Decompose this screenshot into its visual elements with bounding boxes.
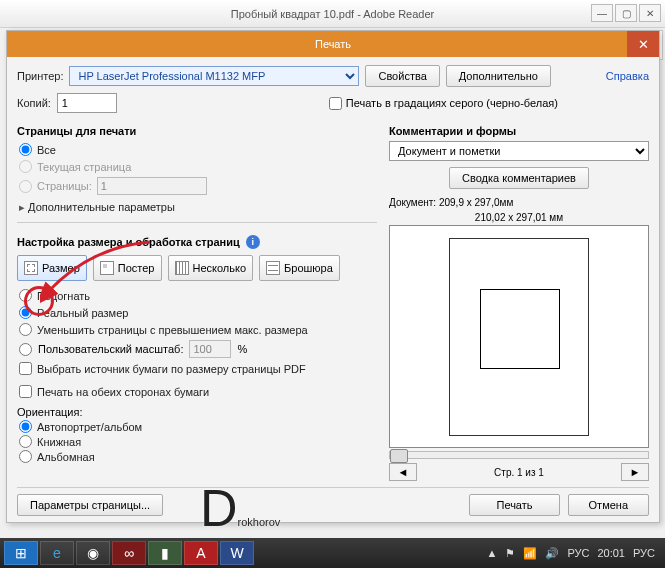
pages-current-label: Текущая страница: [37, 161, 131, 173]
booklet-icon: [266, 261, 280, 275]
actual-size-radio[interactable]: [19, 306, 32, 319]
info-icon[interactable]: i: [246, 235, 260, 249]
cc-icon[interactable]: ∞: [112, 541, 146, 565]
document-dimensions: Документ: 209,9 x 297,0мм: [389, 197, 649, 208]
duplex-label: Печать на обеих сторонах бумаги: [37, 386, 209, 398]
pages-all-radio[interactable]: [19, 143, 32, 156]
tab-size[interactable]: Размер: [17, 255, 87, 281]
tray-flag-icon[interactable]: ⚑: [505, 547, 515, 560]
close-app-button[interactable]: ✕: [639, 4, 661, 22]
preview-content-square: [480, 289, 560, 369]
print-preview: [389, 225, 649, 448]
orient-auto-label: Автопортрет/альбом: [37, 421, 142, 433]
custom-scale-input: [189, 340, 231, 358]
orient-landscape-radio[interactable]: [19, 450, 32, 463]
orient-landscape-label: Альбомная: [37, 451, 95, 463]
system-tray: ▲ ⚑ 📶 🔊 РУС 20:01 РУС: [487, 547, 661, 560]
printer-label: Принтер:: [17, 70, 63, 82]
word-icon[interactable]: W: [220, 541, 254, 565]
tray-time[interactable]: 20:01: [597, 547, 625, 559]
file-icon[interactable]: ▮: [148, 541, 182, 565]
tray-up-icon[interactable]: ▲: [487, 547, 498, 559]
ie-icon[interactable]: e: [40, 541, 74, 565]
maximize-button[interactable]: ▢: [615, 4, 637, 22]
size-icon: [24, 261, 38, 275]
multiple-icon: [175, 261, 189, 275]
preview-page: [449, 238, 589, 436]
comments-select[interactable]: Документ и пометки: [389, 141, 649, 161]
page-indicator: Стр. 1 из 1: [417, 467, 621, 478]
cancel-button[interactable]: Отмена: [568, 494, 649, 516]
printer-select[interactable]: HP LaserJet Professional M1132 MFP: [69, 66, 359, 86]
app-titlebar: Пробный квадрат 10.pdf - Adobe Reader ― …: [0, 0, 665, 28]
next-page-button[interactable]: ►: [621, 463, 649, 481]
pages-all-label: Все: [37, 144, 56, 156]
dialog-title: Печать: [315, 38, 351, 50]
acrobat-icon[interactable]: A: [184, 541, 218, 565]
pages-current-radio: [19, 160, 32, 173]
copies-input[interactable]: [57, 93, 117, 113]
more-params-toggle[interactable]: Дополнительные параметры: [19, 201, 377, 214]
prev-page-button[interactable]: ◄: [389, 463, 417, 481]
taskbar: ⊞ e ◉ ∞ ▮ A W ▲ ⚑ 📶 🔊 РУС 20:01 РУС: [0, 538, 665, 568]
sizing-title: Настройка размера и обработка страниц: [17, 236, 240, 248]
pages-range-label: Страницы:: [37, 180, 92, 192]
preview-dimensions: 210,02 x 297,01 мм: [389, 212, 649, 223]
minimize-button[interactable]: ―: [591, 4, 613, 22]
start-button[interactable]: ⊞: [4, 541, 38, 565]
custom-scale-label: Пользовательский масштаб:: [38, 343, 183, 355]
orientation-title: Ориентация:: [17, 406, 377, 418]
fit-radio[interactable]: [19, 289, 32, 302]
comments-summary-button[interactable]: Сводка комментариев: [449, 167, 589, 189]
fit-label: Подогнать: [37, 290, 90, 302]
preview-scrollbar[interactable]: [389, 451, 649, 459]
shrink-radio[interactable]: [19, 323, 32, 336]
orient-auto-radio[interactable]: [19, 420, 32, 433]
tab-multiple[interactable]: Несколько: [168, 255, 254, 281]
paper-source-label: Выбрать источник бумаги по размеру стран…: [37, 363, 306, 375]
tab-poster[interactable]: Постер: [93, 255, 162, 281]
orient-portrait-label: Книжная: [37, 436, 81, 448]
paper-source-checkbox[interactable]: [19, 362, 32, 375]
print-button[interactable]: Печать: [469, 494, 559, 516]
percent-label: %: [237, 343, 247, 355]
close-dialog-button[interactable]: ✕: [627, 31, 659, 57]
comments-title: Комментарии и формы: [389, 125, 649, 137]
grayscale-label: Печать в градациях серого (черно-белая): [346, 97, 558, 109]
properties-button[interactable]: Свойства: [365, 65, 439, 87]
advanced-button[interactable]: Дополнительно: [446, 65, 551, 87]
custom-scale-radio[interactable]: [19, 343, 32, 356]
grayscale-checkbox[interactable]: [329, 97, 342, 110]
page-setup-button[interactable]: Параметры страницы...: [17, 494, 163, 516]
pages-range-radio: [19, 180, 32, 193]
tray-network-icon[interactable]: 📶: [523, 547, 537, 560]
app-title: Пробный квадрат 10.pdf - Adobe Reader: [231, 8, 434, 20]
tray-lang1[interactable]: РУС: [567, 547, 589, 559]
chrome-icon[interactable]: ◉: [76, 541, 110, 565]
shrink-label: Уменьшить страницы с превышением макс. р…: [37, 324, 308, 336]
scrollbar-thumb[interactable]: [390, 449, 408, 463]
tray-volume-icon[interactable]: 🔊: [545, 547, 559, 560]
pages-group-title: Страницы для печати: [17, 125, 377, 137]
duplex-checkbox[interactable]: [19, 385, 32, 398]
actual-size-label: Реальный размер: [37, 307, 128, 319]
poster-icon: [100, 261, 114, 275]
print-dialog: Печать ✕ Принтер: HP LaserJet Profession…: [6, 30, 660, 523]
orient-portrait-radio[interactable]: [19, 435, 32, 448]
tray-lang2[interactable]: РУС: [633, 547, 655, 559]
copies-label: Копий:: [17, 97, 51, 109]
dialog-titlebar: Печать ✕: [7, 31, 659, 57]
pages-range-input: [97, 177, 207, 195]
tab-booklet[interactable]: Брошюра: [259, 255, 340, 281]
help-link[interactable]: Справка: [606, 70, 649, 82]
